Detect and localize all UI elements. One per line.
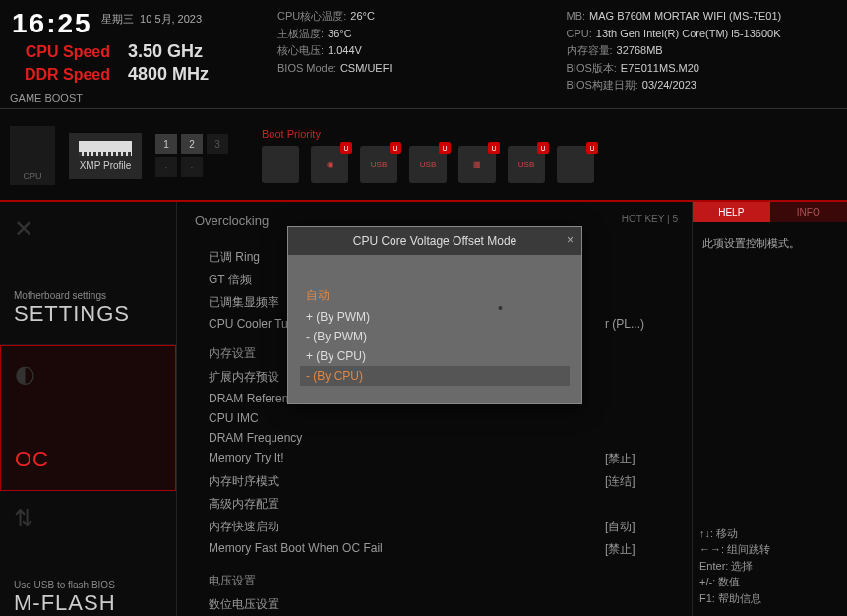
nav-oc[interactable]: ◐ OC [0, 345, 176, 490]
marker-dot-icon: • [498, 300, 503, 316]
setting-row[interactable]: 内存快速启动[自动] [209, 516, 674, 538]
uefi-badge-icon: U [586, 142, 598, 154]
uefi-badge-icon: U [537, 142, 549, 154]
setting-row[interactable]: 高级内存配置 [209, 493, 674, 516]
date-line: 星期三 10 5月, 2023 [101, 12, 202, 27]
option-plus-pwm[interactable]: + (By PWM) [300, 307, 570, 327]
voltage-offset-modal: CPU Core Voltage Offset Mode × • 自动 + (B… [287, 226, 582, 404]
setting-row[interactable]: 数位电压设置 [209, 593, 674, 616]
section-voltage: 电压设置 [209, 573, 674, 589]
wrench-icon: ✕ [14, 216, 33, 243]
sysinfo-col-2: MB:MAG B760M MORTAR WIFI (MS-7E01) CPU:1… [567, 8, 836, 81]
setting-row[interactable]: 内存时序模式[连结] [209, 470, 674, 493]
key-hints: ↑↓: 移动 ←→: 组间跳转 Enter: 选择 +/-: 数值 F1: 帮助… [699, 525, 837, 607]
boot-dev-4[interactable]: USBU [409, 146, 447, 183]
profile-slot-5[interactable]: · [181, 157, 203, 177]
setting-row[interactable]: DRAM Frequency [209, 428, 674, 448]
clock-block: 16:25 星期三 10 5月, 2023 CPU Speed 3.50 GHz… [12, 8, 258, 81]
uefi-badge-icon: U [390, 142, 401, 154]
mid-toolbar: CPU XMP Profile 1 2 3 · · Boot Priority … [0, 109, 847, 202]
nav-mflash[interactable]: ⇅ Use USB to flash BIOS M-FLASH [0, 491, 176, 616]
close-icon[interactable]: × [567, 233, 574, 247]
boot-dev-2[interactable]: ◉U [311, 146, 348, 183]
setting-row[interactable]: Memory Try It![禁止] [209, 448, 674, 470]
boot-dev-1[interactable] [262, 146, 299, 183]
xmp-profile-box[interactable]: XMP Profile [69, 133, 142, 179]
boot-dev-5[interactable]: ▦U [458, 146, 496, 183]
cpu-speed-value: 3.50 GHz [128, 41, 203, 62]
profile-slot-2[interactable]: 2 [181, 134, 203, 154]
boot-priority-area: Boot Priority ◉U USBU USBU ▦U USBU U [262, 128, 594, 183]
option-auto[interactable]: 自动 [300, 284, 570, 307]
cpu-chip-icon[interactable]: CPU [10, 126, 55, 185]
cpu-speed-label: CPU Speed [12, 43, 110, 61]
boot-priority-title: Boot Priority [262, 128, 594, 140]
header-bar: 16:25 星期三 10 5月, 2023 CPU Speed 3.50 GHz… [0, 0, 847, 89]
clock-time: 16:25 [12, 8, 92, 39]
xmp-label: XMP Profile [80, 160, 132, 171]
modal-options: • 自动 + (By PWM) - (By PWM) + (By CPU) - … [288, 255, 581, 403]
nav-settings[interactable]: ✕ Motherboard settings SETTINGS [0, 202, 176, 345]
option-minus-pwm[interactable]: - (By PWM) [300, 327, 570, 346]
ddr-speed-label: DDR Speed [12, 66, 110, 84]
profile-slot-4[interactable]: · [155, 157, 177, 177]
setting-row[interactable]: Memory Fast Boot When OC Fail[禁止] [209, 538, 674, 561]
profile-slot-3[interactable]: 3 [207, 134, 228, 154]
boot-dev-7[interactable]: U [557, 146, 594, 183]
tab-help[interactable]: HELP [693, 202, 770, 222]
left-nav: ✕ Motherboard settings SETTINGS ◐ OC ⇅ U… [0, 202, 177, 616]
boot-dev-3[interactable]: USBU [360, 146, 397, 183]
ddr-speed-value: 4800 MHz [128, 64, 209, 85]
uefi-badge-icon: U [439, 142, 451, 154]
option-minus-cpu[interactable]: - (By CPU) [300, 366, 570, 386]
gauge-icon: ◐ [15, 360, 35, 388]
ram-icon [79, 141, 132, 156]
option-plus-cpu[interactable]: + (By CPU) [300, 346, 570, 366]
tab-info[interactable]: INFO [770, 202, 848, 222]
uefi-badge-icon: U [488, 142, 500, 154]
modal-title: CPU Core Voltage Offset Mode × [288, 227, 581, 255]
profile-slot-1[interactable]: 1 [155, 134, 177, 154]
profile-slots: 1 2 3 · · [155, 134, 228, 177]
usb-icon: ⇅ [14, 505, 33, 532]
sysinfo-col-1: CPU核心温度:26°C 主板温度:36°C 核心电压:1.044V BIOS … [277, 8, 547, 81]
setting-row[interactable]: CPU IMC [209, 408, 674, 428]
uefi-badge-icon: U [340, 142, 352, 154]
hotkey-hint: HOT KEY | 5 [622, 214, 678, 224]
boot-dev-6[interactable]: USBU [508, 146, 545, 183]
help-description: 此项设置控制模式。 [693, 222, 847, 265]
